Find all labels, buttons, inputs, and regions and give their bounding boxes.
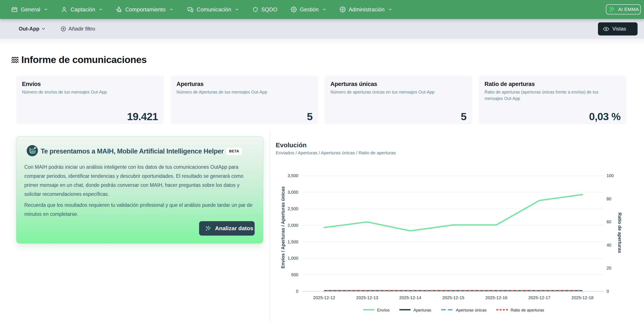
svg-text:1,500: 1,500 [288, 239, 298, 244]
svg-text:1,000: 1,000 [288, 256, 298, 261]
svg-text:20: 20 [606, 266, 611, 270]
svg-text:80: 80 [606, 196, 611, 201]
svg-text:40: 40 [606, 243, 611, 247]
svg-text:2025-12-13: 2025-12-13 [356, 295, 378, 300]
svg-text:2,500: 2,500 [288, 206, 298, 211]
svg-text:2025-12-18: 2025-12-18 [572, 295, 594, 300]
svg-text:2025-12-14: 2025-12-14 [399, 295, 421, 300]
svg-text:2,000: 2,000 [288, 223, 298, 228]
svg-text:Ratio de aperturas: Ratio de aperturas [510, 308, 544, 312]
svg-text:Aperturas: Aperturas [414, 308, 431, 312]
svg-text:0: 0 [606, 289, 609, 294]
svg-text:60: 60 [606, 219, 611, 224]
svg-text:Aperturas únicas: Aperturas únicas [456, 308, 487, 312]
svg-text:Ratio de aperturas: Ratio de aperturas [617, 213, 622, 253]
svg-text:500: 500 [291, 272, 298, 277]
svg-text:3,000: 3,000 [288, 190, 298, 194]
svg-text:2025-12-15: 2025-12-15 [442, 295, 464, 300]
svg-text:3,500: 3,500 [288, 173, 298, 178]
svg-text:2025-12-17: 2025-12-17 [528, 295, 550, 300]
svg-text:Envíos / Aperturas / Aperturas: Envíos / Aperturas / Aperturas únicas [280, 186, 286, 269]
svg-text:0: 0 [296, 289, 298, 294]
svg-text:2025-12-16: 2025-12-16 [485, 295, 507, 300]
svg-text:Envíos: Envíos [377, 308, 390, 312]
svg-text:100: 100 [606, 173, 614, 178]
svg-text:2025-12-12: 2025-12-12 [313, 295, 335, 300]
